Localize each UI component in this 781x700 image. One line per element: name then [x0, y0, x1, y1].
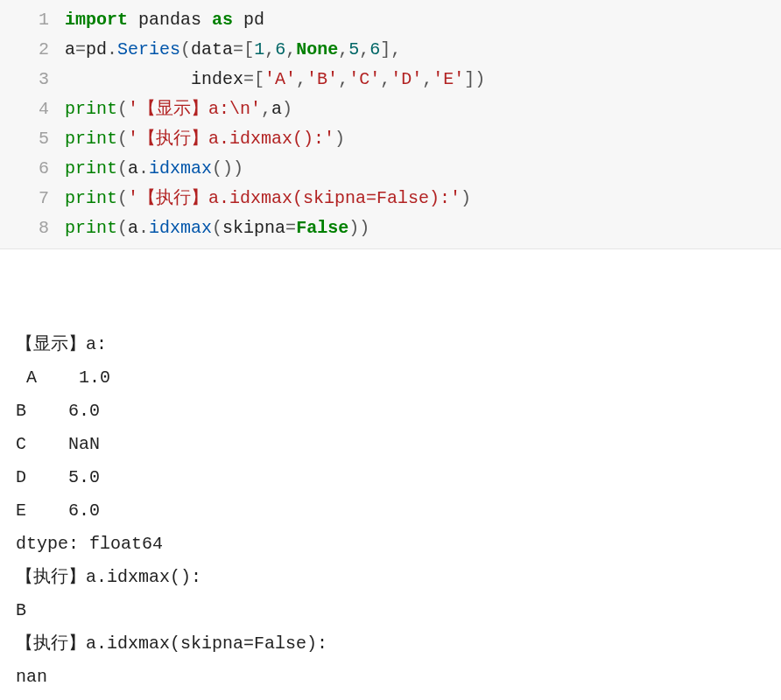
code-content: index=['A','B','C','D','E']) — [65, 65, 485, 94]
output-text: 【显示】a: A 1.0 B 6.0 C NaN D 5.0 E 6.0 dty… — [16, 328, 765, 694]
line-number: 6 — [0, 154, 65, 184]
code-line: 6print(a.idxmax()) — [0, 154, 781, 184]
code-line: 4print('【显示】a:\n',a) — [0, 94, 781, 124]
output-block: 【显示】a: A 1.0 B 6.0 C NaN D 5.0 E 6.0 dty… — [0, 249, 781, 700]
code-content: print(a.idxmax(skipna=False)) — [65, 214, 369, 243]
code-block: 1import pandas as pd2a=pd.Series(data=[1… — [0, 0, 781, 249]
code-line: 7print('【执行】a.idxmax(skipna=False):') — [0, 184, 781, 214]
code-content: print('【执行】a.idxmax(skipna=False):') — [65, 184, 471, 214]
code-line: 3 index=['A','B','C','D','E']) — [0, 65, 781, 94]
code-content: print('【执行】a.idxmax():') — [65, 124, 345, 154]
code-content: a=pd.Series(data=[1,6,None,5,6], — [65, 35, 401, 65]
line-number: 7 — [0, 184, 65, 214]
code-line: 5print('【执行】a.idxmax():') — [0, 124, 781, 154]
line-number: 4 — [0, 94, 65, 124]
code-line: 2a=pd.Series(data=[1,6,None,5,6], — [0, 35, 781, 65]
line-number: 1 — [0, 5, 65, 35]
line-number: 8 — [0, 214, 65, 243]
code-content: print(a.idxmax()) — [65, 154, 243, 184]
code-content: print('【显示】a:\n',a) — [65, 94, 292, 124]
code-content: import pandas as pd — [65, 5, 264, 35]
line-number: 5 — [0, 124, 65, 154]
code-line: 1import pandas as pd — [0, 5, 781, 35]
code-line: 8print(a.idxmax(skipna=False)) — [0, 214, 781, 243]
line-number: 3 — [0, 65, 65, 94]
line-number: 2 — [0, 35, 65, 65]
